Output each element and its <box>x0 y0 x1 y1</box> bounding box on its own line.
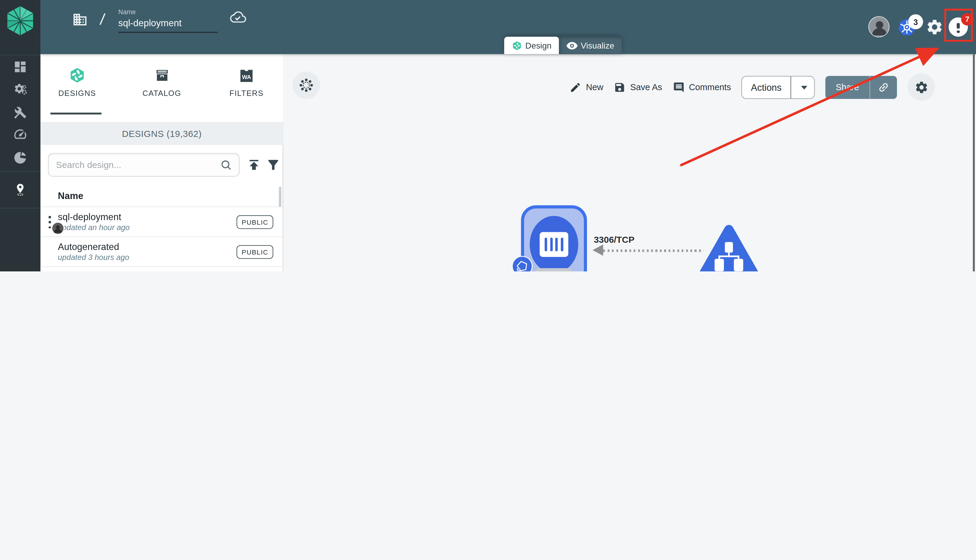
search-icon[interactable] <box>220 158 233 171</box>
speedometer-icon <box>13 127 27 141</box>
catalog-icon <box>128 63 196 84</box>
actions-dropdown-button[interactable] <box>791 82 814 93</box>
designs-spiral-icon <box>43 63 111 84</box>
design-row[interactable]: Autogenerated updated 3 hours ago PUBLIC <box>40 237 283 266</box>
link-icon <box>878 81 889 93</box>
comment-icon <box>673 81 684 93</box>
designs-count-title: DESIGNS (19,362) <box>122 128 202 138</box>
new-label: New <box>586 82 603 92</box>
design-name-value[interactable]: sql-deployment <box>118 17 219 28</box>
design-updated: updated 3 hours ago <box>58 253 129 262</box>
visibility-badge: PUBLIC <box>237 245 274 259</box>
tab-design-label: Design <box>525 41 552 50</box>
sidebar-item-kanvas[interactable] <box>0 178 40 200</box>
actions-split-button[interactable]: Actions <box>742 76 814 98</box>
designs-panel: DESIGNS CATALOG WA FILTER <box>40 54 283 272</box>
top-bar: / Name sql-deployment Design <box>40 0 976 54</box>
owner-avatar <box>52 222 64 235</box>
sidebar-item-dashboard[interactable] <box>0 56 40 77</box>
design-name-field[interactable]: Name sql-deployment <box>118 8 219 33</box>
sidebar-item-configuration[interactable] <box>0 101 40 122</box>
tab-filters[interactable]: WA FILTERS <box>212 63 281 98</box>
row-menu-icon[interactable] <box>48 216 51 228</box>
rail-divider <box>0 55 40 55</box>
comments-button[interactable]: Comments <box>673 81 731 93</box>
panel-tabs: DESIGNS CATALOG WA FILTER <box>40 54 283 122</box>
design-updated: updated an hour ago <box>58 223 130 232</box>
design-search <box>48 153 240 177</box>
design-name[interactable]: sql-deployment <box>58 212 121 222</box>
tab-designs[interactable]: DESIGNS <box>43 63 111 98</box>
copy-link-button[interactable] <box>870 81 897 93</box>
search-input[interactable] <box>55 159 220 170</box>
designs-section-header: DESIGNS (19,362) <box>40 122 283 145</box>
eye-icon <box>567 41 578 50</box>
design-row[interactable]: Design With Validation Errors updated 9 … <box>40 266 283 272</box>
deployment-shape-badge[interactable] <box>512 256 533 272</box>
page-scrollbar[interactable] <box>973 54 975 272</box>
sidebar-item-performance[interactable] <box>0 123 40 145</box>
edge-arrowhead <box>592 245 603 256</box>
breadcrumb-separator: / <box>99 10 106 29</box>
organization-icon[interactable] <box>72 12 88 30</box>
meshery-logo[interactable] <box>6 6 34 36</box>
dot-cluster-icon <box>299 78 314 93</box>
canvas-settings-button[interactable] <box>908 73 935 101</box>
kubernetes-context-count-badge[interactable]: 3 <box>908 14 923 29</box>
design-list: sql-deployment updated an hour ago PUBLI… <box>40 207 283 272</box>
active-tab-underline <box>50 112 102 114</box>
design-canvas[interactable]: New Save As Comments Actions Share <box>284 54 976 272</box>
caret-down-icon <box>801 86 807 89</box>
design-name[interactable]: Autogenerated <box>58 241 119 252</box>
new-design-button[interactable]: New <box>570 81 603 93</box>
design-name-label: Name <box>118 8 219 16</box>
edge-port-label[interactable]: 3306/TCP <box>594 235 634 245</box>
container-label-chip[interactable]: mysql <box>535 268 572 272</box>
extensions-icon <box>13 150 27 164</box>
pencil-icon <box>570 81 582 93</box>
tab-visualize[interactable]: Visualize <box>559 37 622 54</box>
actions-label[interactable]: Actions <box>742 82 790 92</box>
filter-designs-button[interactable] <box>266 157 281 175</box>
sidebar-item-extensions[interactable] <box>0 147 40 168</box>
tab-catalog[interactable]: CATALOG <box>128 63 196 98</box>
design-spiral-icon <box>512 40 522 51</box>
gear-icon <box>926 18 944 36</box>
share-label[interactable]: Share <box>825 82 869 92</box>
tab-design[interactable]: Design <box>504 37 559 54</box>
gear-icon <box>914 80 928 94</box>
svg-text:WA: WA <box>242 74 251 80</box>
edge-wordpress-to-mysql[interactable] <box>603 249 703 252</box>
column-header-name: Name <box>58 184 83 207</box>
save-as-label: Save As <box>630 82 662 92</box>
gears-icon <box>13 82 27 97</box>
settings-gear-button[interactable] <box>926 18 944 38</box>
cloud-sync-icon[interactable] <box>229 10 247 27</box>
design-row[interactable]: sql-deployment updated an hour ago PUBLI… <box>40 207 283 237</box>
dashboard-icon <box>13 59 27 73</box>
save-as-button[interactable]: Save As <box>614 81 662 93</box>
upload-icon <box>247 157 262 172</box>
share-split-button[interactable]: Share <box>825 76 897 98</box>
tab-visualize-label: Visualize <box>581 41 614 50</box>
wasm-filters-icon: WA <box>212 63 281 84</box>
user-avatar[interactable] <box>868 16 889 37</box>
mysql-container-symbol[interactable] <box>530 216 578 272</box>
canvas-toolbar: New Save As Comments Actions Share <box>570 73 935 101</box>
left-nav-rail: ? v0.7.78 <box>0 0 40 272</box>
kubernetes-context-count: 3 <box>913 17 918 27</box>
location-pin-icon <box>13 182 27 196</box>
annotation-rectangle <box>944 9 973 42</box>
save-icon <box>614 81 626 93</box>
freeze-layout-button[interactable] <box>293 72 320 99</box>
meshery-kanvas-app: ? v0.7.78 > / Name sql-deployment <box>0 0 976 272</box>
visibility-badge: PUBLIC <box>237 215 274 229</box>
rail-divider <box>0 171 40 172</box>
mode-tabs: Design Visualize <box>504 37 622 54</box>
node-wordpress-service[interactable] <box>698 223 760 272</box>
tab-catalog-label: CATALOG <box>128 89 196 98</box>
upload-design-button[interactable] <box>247 157 262 175</box>
tab-filters-label: FILTERS <box>212 89 281 98</box>
sidebar-item-lifecycle[interactable] <box>0 79 40 100</box>
tab-designs-label: DESIGNS <box>43 89 111 98</box>
